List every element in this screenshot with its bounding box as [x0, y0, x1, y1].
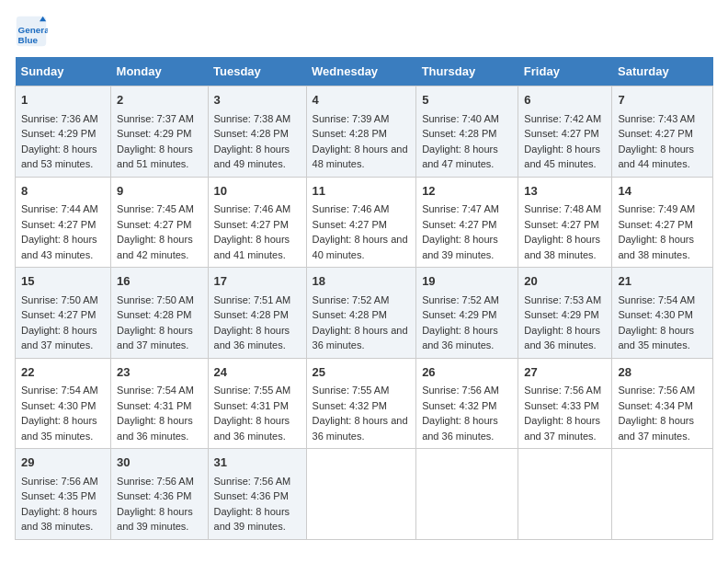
calendar-cell: 20Sunrise: 7:53 AMSunset: 4:29 PMDayligh…: [518, 268, 612, 359]
day-number: 2: [117, 91, 201, 109]
week-row-4: 22Sunrise: 7:54 AMSunset: 4:30 PMDayligh…: [16, 358, 713, 449]
calendar-cell: [306, 449, 416, 540]
sunrise-text: Sunrise: 7:38 AM: [214, 113, 291, 124]
svg-text:Blue: Blue: [18, 35, 39, 45]
sunset-text: Sunset: 4:28 PM: [117, 309, 191, 320]
day-number: 25: [313, 363, 411, 382]
sunset-text: Sunset: 4:28 PM: [313, 128, 387, 139]
calendar-cell: 27Sunrise: 7:56 AMSunset: 4:33 PMDayligh…: [518, 358, 612, 449]
sunrise-text: Sunrise: 7:43 AM: [618, 113, 695, 124]
sunrise-text: Sunrise: 7:47 AM: [422, 203, 499, 214]
sunset-text: Sunset: 4:27 PM: [214, 219, 289, 230]
daylight-text: Daylight: 8 hours and 39 minutes.: [214, 506, 290, 533]
day-number: 21: [618, 272, 707, 291]
day-number: 11: [313, 182, 411, 201]
svg-text:General: General: [18, 25, 48, 35]
daylight-text: Daylight: 8 hours and 40 minutes.: [313, 234, 408, 260]
calendar-cell: 26Sunrise: 7:56 AMSunset: 4:32 PMDayligh…: [416, 358, 518, 449]
sunrise-text: Sunrise: 7:54 AM: [618, 294, 695, 305]
day-number: 13: [524, 182, 606, 201]
day-number: 24: [214, 363, 301, 382]
calendar-cell: 31Sunrise: 7:56 AMSunset: 4:36 PMDayligh…: [208, 449, 306, 540]
calendar-cell: 10Sunrise: 7:46 AMSunset: 4:27 PMDayligh…: [208, 177, 306, 268]
sunrise-text: Sunrise: 7:56 AM: [117, 476, 194, 487]
day-number: 3: [214, 91, 301, 109]
col-header-tuesday: Tuesday: [208, 57, 306, 86]
calendar-cell: 19Sunrise: 7:52 AMSunset: 4:29 PMDayligh…: [416, 268, 518, 359]
sunset-text: Sunset: 4:33 PM: [524, 400, 598, 411]
sunset-text: Sunset: 4:27 PM: [117, 219, 191, 230]
sunset-text: Sunset: 4:31 PM: [117, 400, 191, 411]
daylight-text: Daylight: 8 hours and 36 minutes.: [214, 325, 290, 351]
calendar-cell: 21Sunrise: 7:54 AMSunset: 4:30 PMDayligh…: [612, 268, 713, 359]
sunrise-text: Sunrise: 7:49 AM: [618, 203, 695, 214]
day-number: 6: [524, 91, 606, 109]
calendar-cell: 2Sunrise: 7:37 AMSunset: 4:29 PMDaylight…: [111, 86, 208, 178]
day-number: 17: [214, 272, 301, 291]
sunset-text: Sunset: 4:27 PM: [21, 309, 96, 320]
calendar-cell: 13Sunrise: 7:48 AMSunset: 4:27 PMDayligh…: [518, 177, 612, 268]
header-row: SundayMondayTuesdayWednesdayThursdayFrid…: [16, 57, 713, 86]
sunrise-text: Sunrise: 7:50 AM: [21, 294, 98, 305]
sunset-text: Sunset: 4:29 PM: [117, 128, 191, 139]
day-number: 5: [422, 91, 512, 109]
day-number: 1: [21, 91, 105, 109]
daylight-text: Daylight: 8 hours and 49 minutes.: [214, 144, 290, 170]
sunrise-text: Sunrise: 7:40 AM: [422, 113, 499, 124]
sunset-text: Sunset: 4:31 PM: [214, 400, 289, 411]
daylight-text: Daylight: 8 hours and 36 minutes.: [422, 325, 498, 351]
header: General Blue: [15, 15, 713, 48]
calendar-cell: 3Sunrise: 7:38 AMSunset: 4:28 PMDaylight…: [208, 86, 306, 178]
day-number: 22: [21, 363, 105, 382]
calendar-cell: 15Sunrise: 7:50 AMSunset: 4:27 PMDayligh…: [16, 268, 111, 359]
week-row-3: 15Sunrise: 7:50 AMSunset: 4:27 PMDayligh…: [16, 268, 713, 359]
col-header-monday: Monday: [111, 57, 208, 86]
daylight-text: Daylight: 8 hours and 37 minutes.: [524, 415, 600, 442]
week-row-1: 1Sunrise: 7:36 AMSunset: 4:29 PMDaylight…: [16, 86, 713, 178]
day-number: 26: [422, 363, 512, 382]
sunrise-text: Sunrise: 7:55 AM: [214, 385, 291, 396]
col-header-thursday: Thursday: [416, 57, 518, 86]
sunrise-text: Sunrise: 7:36 AM: [21, 113, 98, 124]
day-number: 29: [21, 454, 105, 472]
sunrise-text: Sunrise: 7:45 AM: [117, 203, 194, 214]
daylight-text: Daylight: 8 hours and 36 minutes.: [214, 415, 290, 442]
day-number: 10: [214, 182, 301, 201]
daylight-text: Daylight: 8 hours and 36 minutes.: [313, 325, 408, 351]
col-header-wednesday: Wednesday: [306, 57, 416, 86]
sunrise-text: Sunrise: 7:51 AM: [214, 294, 291, 305]
daylight-text: Daylight: 8 hours and 45 minutes.: [524, 144, 600, 170]
sunrise-text: Sunrise: 7:56 AM: [422, 385, 499, 396]
week-row-5: 29Sunrise: 7:56 AMSunset: 4:35 PMDayligh…: [16, 449, 713, 540]
sunrise-text: Sunrise: 7:46 AM: [214, 203, 291, 214]
day-number: 16: [117, 272, 201, 291]
daylight-text: Daylight: 8 hours and 53 minutes.: [21, 144, 97, 170]
day-number: 8: [21, 182, 105, 201]
daylight-text: Daylight: 8 hours and 36 minutes.: [524, 325, 600, 351]
day-number: 19: [422, 272, 512, 291]
day-number: 12: [422, 182, 512, 201]
sunrise-text: Sunrise: 7:39 AM: [313, 113, 390, 124]
daylight-text: Daylight: 8 hours and 47 minutes.: [422, 144, 498, 170]
daylight-text: Daylight: 8 hours and 41 minutes.: [214, 234, 290, 260]
day-number: 27: [524, 363, 606, 382]
calendar-cell: 22Sunrise: 7:54 AMSunset: 4:30 PMDayligh…: [16, 358, 111, 449]
sunrise-text: Sunrise: 7:55 AM: [313, 385, 390, 396]
sunset-text: Sunset: 4:27 PM: [524, 128, 598, 139]
daylight-text: Daylight: 8 hours and 51 minutes.: [117, 144, 193, 170]
daylight-text: Daylight: 8 hours and 43 minutes.: [21, 234, 97, 260]
calendar-cell: 12Sunrise: 7:47 AMSunset: 4:27 PMDayligh…: [416, 177, 518, 268]
calendar-cell: 8Sunrise: 7:44 AMSunset: 4:27 PMDaylight…: [16, 177, 111, 268]
calendar-cell: 7Sunrise: 7:43 AMSunset: 4:27 PMDaylight…: [612, 86, 713, 178]
calendar-cell: 16Sunrise: 7:50 AMSunset: 4:28 PMDayligh…: [111, 268, 208, 359]
sunrise-text: Sunrise: 7:53 AM: [524, 294, 601, 305]
sunrise-text: Sunrise: 7:46 AM: [313, 203, 390, 214]
daylight-text: Daylight: 8 hours and 36 minutes.: [117, 415, 193, 442]
daylight-text: Daylight: 8 hours and 38 minutes.: [21, 506, 97, 533]
calendar-cell: 14Sunrise: 7:49 AMSunset: 4:27 PMDayligh…: [612, 177, 713, 268]
sunset-text: Sunset: 4:29 PM: [21, 128, 96, 139]
sunset-text: Sunset: 4:27 PM: [313, 219, 387, 230]
sunset-text: Sunset: 4:27 PM: [618, 219, 692, 230]
day-number: 18: [313, 272, 411, 291]
sunrise-text: Sunrise: 7:56 AM: [618, 385, 695, 396]
